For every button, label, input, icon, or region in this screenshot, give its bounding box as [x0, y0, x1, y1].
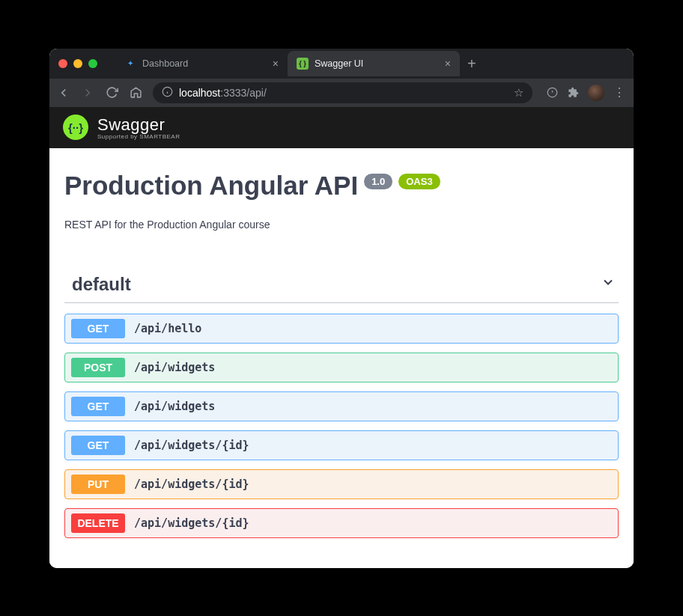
- method-badge: POST: [71, 358, 125, 377]
- url-input[interactable]: localhost:3333/api/ ☆: [153, 82, 532, 103]
- window-close-button[interactable]: [58, 59, 67, 68]
- back-button[interactable]: [57, 86, 70, 100]
- swagger-logo-icon: {··}: [63, 115, 88, 140]
- window-zoom-button[interactable]: [88, 59, 97, 68]
- tab-dashboard[interactable]: ✦ Dashboard ×: [115, 51, 288, 76]
- operation-row[interactable]: POST/api/widgets: [64, 353, 619, 382]
- close-icon[interactable]: ×: [273, 58, 279, 69]
- method-badge: PUT: [71, 475, 125, 494]
- operation-row[interactable]: GET/api/hello: [64, 314, 619, 344]
- chevron-down-icon: [601, 275, 616, 293]
- method-badge: DELETE: [71, 513, 125, 533]
- home-button[interactable]: [129, 86, 142, 100]
- operation-row[interactable]: DELETE/api/widgets/{id}: [64, 508, 619, 538]
- operation-path: /api/widgets/{id}: [134, 516, 249, 530]
- version-badge: 1.0: [364, 174, 392, 189]
- tab-swagger-ui[interactable]: { } Swagger UI ×: [288, 51, 460, 76]
- operation-row[interactable]: PUT/api/widgets/{id}: [64, 469, 619, 499]
- window-controls: [58, 59, 97, 68]
- browser-window: ✦ Dashboard × { } Swagger UI × +: [49, 49, 634, 568]
- info-ext-icon[interactable]: [546, 87, 558, 99]
- swagger-content: Production Angular API 1.0 OAS3 REST API…: [49, 148, 634, 568]
- extensions-icon[interactable]: [567, 87, 579, 99]
- dashboard-favicon-icon: ✦: [124, 58, 136, 70]
- operations-list: GET/api/helloPOST/api/widgetsGET/api/wid…: [64, 314, 619, 538]
- operation-path: /api/widgets: [134, 400, 215, 413]
- toolbar-extensions: ⋮: [546, 85, 626, 101]
- method-badge: GET: [71, 436, 125, 455]
- url-text: localhost:3333/api/: [179, 87, 267, 99]
- site-info-icon[interactable]: [162, 86, 173, 100]
- tag-section-default: default GET/api/helloPOST/api/widgetsGET…: [64, 268, 619, 538]
- tag-name: default: [72, 274, 131, 295]
- tab-title: Swagger UI: [315, 58, 363, 69]
- browser-chrome: ✦ Dashboard × { } Swagger UI × +: [49, 49, 634, 107]
- address-bar: localhost:3333/api/ ☆ ⋮: [49, 79, 634, 107]
- api-title-row: Production Angular API 1.0 OAS3: [64, 171, 619, 201]
- swagger-logo-text: Swagger Supported by SMARTBEAR: [97, 115, 180, 140]
- bookmark-icon[interactable]: ☆: [514, 86, 523, 100]
- oas-badge: OAS3: [398, 174, 440, 189]
- forward-button[interactable]: [81, 86, 94, 100]
- tag-header[interactable]: default: [64, 268, 619, 303]
- operation-path: /api/widgets/{id}: [134, 439, 249, 452]
- api-description: REST API for the Production Angular cour…: [64, 219, 619, 231]
- operation-row[interactable]: GET/api/widgets/{id}: [64, 430, 619, 460]
- menu-button[interactable]: ⋮: [613, 85, 626, 100]
- profile-avatar[interactable]: [588, 85, 604, 101]
- operation-path: /api/widgets/{id}: [134, 478, 249, 491]
- tab-title: Dashboard: [142, 58, 188, 69]
- reload-button[interactable]: [105, 86, 118, 100]
- window-minimize-button[interactable]: [73, 59, 82, 68]
- swagger-favicon-icon: { }: [297, 58, 309, 70]
- tab-bar: ✦ Dashboard × { } Swagger UI × +: [49, 49, 634, 79]
- method-badge: GET: [71, 397, 125, 416]
- close-icon[interactable]: ×: [445, 58, 451, 69]
- swagger-topbar: {··} Swagger Supported by SMARTBEAR: [49, 107, 634, 148]
- operation-path: /api/hello: [134, 322, 201, 335]
- operation-row[interactable]: GET/api/widgets: [64, 391, 619, 421]
- method-badge: GET: [71, 319, 125, 338]
- operation-path: /api/widgets: [134, 361, 215, 374]
- api-title: Production Angular API: [64, 171, 358, 201]
- new-tab-button[interactable]: +: [460, 56, 484, 71]
